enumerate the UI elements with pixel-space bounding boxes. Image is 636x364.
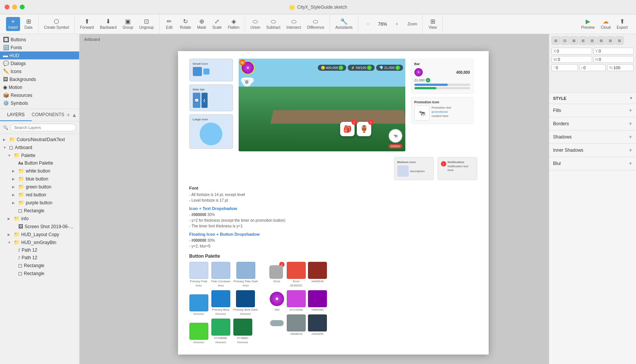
group-button[interactable]: ▣ Group bbox=[120, 17, 136, 31]
layer-palette[interactable]: ▼ 📁 Palette bbox=[0, 151, 79, 159]
nav-item-symbols[interactable]: ⚙️ Symbols bbox=[0, 99, 79, 107]
align-right-button[interactable]: ⊠ bbox=[570, 36, 578, 45]
hud-icon: ▬ bbox=[3, 53, 8, 58]
data-button[interactable]: ⊞ Data bbox=[22, 17, 35, 31]
fills-header[interactable]: Fills + bbox=[549, 104, 636, 117]
rotate-button[interactable]: ↻ Rotate bbox=[178, 17, 193, 31]
create-symbol-button[interactable]: ⬡ Create Symbol bbox=[42, 17, 71, 31]
font-section: Font - All fontsize is 14 pt, except lev… bbox=[189, 186, 477, 249]
nav-item-buttons[interactable]: 🔲 Buttons bbox=[0, 36, 79, 44]
x-field[interactable]: X 0 bbox=[552, 48, 592, 54]
export-button[interactable]: ⬆ Export bbox=[614, 17, 630, 31]
collapse-layers-button[interactable]: ▲ bbox=[72, 112, 77, 118]
nav-item-motion[interactable]: ◉ Motion bbox=[0, 83, 79, 91]
distribute-v-button[interactable]: ⊞ bbox=[615, 36, 623, 45]
swatch-pale3: Primary Pale Dark #xxx bbox=[233, 262, 258, 287]
mask-button[interactable]: ⊕ Mask bbox=[195, 17, 208, 31]
blur-add-button[interactable]: + bbox=[629, 160, 632, 167]
blur-header[interactable]: Blur + bbox=[549, 157, 636, 170]
ungroup-button[interactable]: ⊡ Ungroup bbox=[137, 17, 156, 31]
layer-colors[interactable]: ▶ 📁 Colors/Neutral/DarkText bbox=[0, 135, 79, 143]
borders-add-button[interactable]: + bbox=[629, 120, 632, 127]
search-input[interactable] bbox=[11, 124, 76, 131]
folder-icon: 📁 bbox=[18, 176, 24, 182]
layer-button-palette[interactable]: Aa Button Palette bbox=[0, 159, 79, 167]
other-row: ° 0 r 0 % 100 bbox=[552, 64, 634, 71]
layer-green-button[interactable]: ▶ 📁 green button bbox=[0, 183, 79, 191]
zoom-label-btn[interactable]: Zoom bbox=[405, 20, 420, 28]
layer-rectangle-1[interactable]: ◻ Rectangle bbox=[0, 207, 79, 215]
subtract-button[interactable]: ⬭ Subtract bbox=[264, 17, 283, 31]
close-button[interactable] bbox=[5, 5, 9, 9]
intersect-button[interactable]: ⬭ Intersect bbox=[284, 17, 303, 31]
distribute-h-button[interactable]: ⊞ bbox=[606, 36, 614, 45]
align-bottom-button[interactable]: ⊞ bbox=[597, 36, 605, 45]
hud-counters: 🪙 400,000 + ⚡ 59/100 + 💎 21,000 bbox=[318, 65, 403, 71]
insert-button[interactable]: + Insert bbox=[6, 17, 20, 31]
tab-components[interactable]: COMPONENTS bbox=[32, 109, 64, 121]
opacity-field[interactable]: % 100 bbox=[607, 64, 634, 71]
borders-header[interactable]: Borders + bbox=[549, 117, 636, 130]
layer-white-button[interactable]: ▶ 📁 white button bbox=[0, 167, 79, 175]
layer-rectangle-3[interactable]: ◻ Rectangle bbox=[0, 269, 79, 277]
shadows-add-button[interactable]: + bbox=[629, 134, 632, 140]
preview-button[interactable]: ▶ Preview bbox=[579, 17, 597, 31]
nav-item-resources[interactable]: 📦 Resources bbox=[0, 91, 79, 99]
assistants-button[interactable]: 🔧 Assistants bbox=[333, 17, 355, 31]
view-button[interactable]: ⊞ View bbox=[426, 17, 439, 31]
align-center-h-button[interactable]: ⊟ bbox=[561, 36, 569, 45]
style-dropdown-icon[interactable]: ▾ bbox=[630, 96, 632, 101]
shadows-header[interactable]: Shadows + bbox=[549, 131, 636, 143]
layer-purple-button[interactable]: ▶ 📁 purple button bbox=[0, 199, 79, 207]
nav-item-dialogs[interactable]: 💬 Dialogs bbox=[0, 59, 79, 67]
align-left-button[interactable]: ⊞ bbox=[552, 36, 560, 45]
align-center-v-button[interactable]: ⊞ bbox=[588, 36, 596, 45]
nav-item-fonts[interactable]: 🔠 Fonts bbox=[0, 44, 79, 51]
y-field[interactable]: Y 0 bbox=[594, 48, 634, 54]
shape-icon: ◻ bbox=[18, 208, 22, 213]
layer-artboard[interactable]: ▼ ◻ Artboard bbox=[0, 143, 79, 151]
nav-item-backgrounds[interactable]: 🖼 Backgrounds bbox=[0, 75, 79, 83]
flatten-button[interactable]: ◈ Flatten bbox=[225, 17, 242, 31]
minimize-button[interactable] bbox=[12, 5, 17, 9]
zoom-out-button[interactable]: − bbox=[361, 20, 375, 28]
layer-red-button[interactable]: ▶ 📁 red button bbox=[0, 191, 79, 199]
maximize-button[interactable] bbox=[20, 5, 25, 9]
buttons-icon: 🔲 bbox=[3, 37, 9, 42]
layer-path12b[interactable]: ⤴ Path 12 bbox=[0, 254, 79, 261]
layer-blue-button[interactable]: ▶ 📁 blue button bbox=[0, 175, 79, 183]
layer-screenshot[interactable]: 🖼 Screen Shot 2019-06-25 at... bbox=[0, 222, 79, 230]
fills-section: Fills + bbox=[549, 104, 636, 117]
icons-icon: ✏️ bbox=[3, 68, 9, 74]
height-field[interactable]: H 0 bbox=[594, 56, 634, 63]
game-screenshot: ✦ 50 🪙 400,000 + bbox=[239, 59, 405, 151]
inner-shadows-header[interactable]: Inner Shadows + bbox=[549, 144, 636, 157]
layer-hud-layout-copy[interactable]: ▶ 📁 HUD_Layout Copy bbox=[0, 230, 79, 238]
nav-item-icons[interactable]: ✏️ Icons bbox=[0, 67, 79, 75]
fills-add-button[interactable]: + bbox=[629, 107, 632, 114]
artboard[interactable]: Small Icon Side tab 💬 ❮ bbox=[178, 51, 489, 355]
edit-button[interactable]: ✏ Edit bbox=[163, 17, 176, 31]
layer-hud-smgraybtn[interactable]: ▼ 📁 HUD_smGrayBtn bbox=[0, 238, 79, 246]
scale-button[interactable]: ⤢ Scale bbox=[210, 17, 224, 31]
layer-rectangle-2[interactable]: ◻ Rectangle bbox=[0, 261, 79, 269]
canvas-area[interactable]: Artboard Small Icon bbox=[80, 34, 549, 364]
align-top-button[interactable]: ⊞ bbox=[579, 36, 587, 45]
rotate-field[interactable]: ° 0 bbox=[552, 64, 578, 71]
radius-field[interactable]: r 0 bbox=[580, 64, 606, 71]
inner-shadows-add-button[interactable]: + bbox=[629, 147, 632, 154]
add-layer-button[interactable]: + bbox=[67, 112, 70, 118]
nav-item-hud[interactable]: ▬ HUD bbox=[0, 51, 79, 59]
floating-desc2: - y=2, blur=5 bbox=[189, 243, 477, 249]
zoom-in-button[interactable]: + bbox=[390, 20, 404, 28]
backward-button[interactable]: ⬇ Backward bbox=[98, 17, 119, 31]
layer-info[interactable]: ▶ 📁 info bbox=[0, 215, 79, 222]
tab-layers[interactable]: LAYERS bbox=[0, 109, 32, 121]
width-field[interactable]: W 0 bbox=[552, 56, 592, 63]
cloud-button[interactable]: ☁ Cloud bbox=[598, 17, 613, 31]
difference-button[interactable]: ⬭ Difference bbox=[305, 17, 327, 31]
forward-button[interactable]: ⬆ Forward bbox=[78, 17, 96, 31]
union-button[interactable]: ⬭ Union bbox=[248, 17, 263, 31]
layer-path12a[interactable]: ⤴ Path 12 bbox=[0, 246, 79, 254]
icon-dropshadow-desc2: - y=2 for thickness (except the timer on… bbox=[189, 218, 477, 223]
